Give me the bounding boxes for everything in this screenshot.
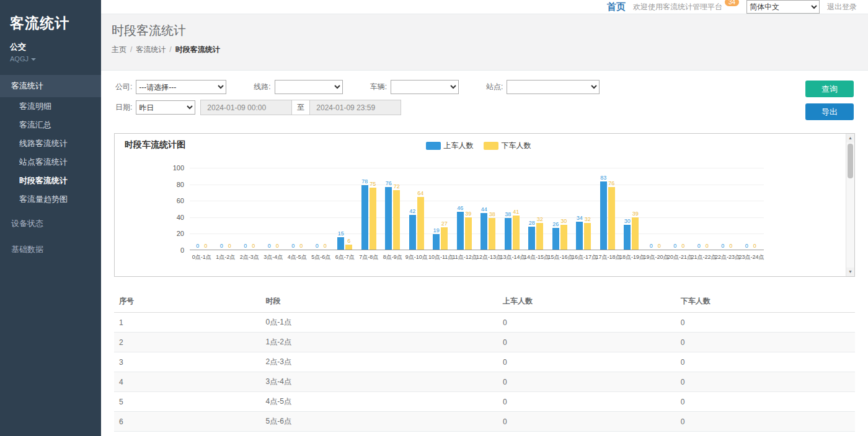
bar-group: 00 (190, 168, 214, 250)
scrollbar-up-icon[interactable]: ▲ (846, 134, 854, 142)
bar[interactable] (536, 223, 543, 250)
bar[interactable] (457, 212, 464, 250)
chart-scrollbar[interactable]: ▲ ▼ (846, 134, 854, 276)
bar[interactable] (632, 217, 639, 250)
bar[interactable] (393, 190, 400, 250)
language-select[interactable]: 简体中文 (746, 0, 820, 14)
table-cell: 6 (114, 412, 261, 432)
table-row: 10点-1点00 (114, 313, 855, 333)
legend-item-alighting[interactable]: 下车人数 (484, 141, 531, 151)
bar-value-label: 39 (632, 211, 639, 217)
bar-group: 00 (237, 168, 262, 250)
bar[interactable] (513, 216, 520, 250)
export-button[interactable]: 导出 (805, 103, 854, 120)
bar-group: 00 (214, 168, 238, 250)
breadcrumb-current: 时段客流统计 (175, 45, 220, 54)
notification-badge[interactable]: 34 (725, 0, 739, 6)
breadcrumb-home[interactable]: 主页 (112, 45, 126, 54)
bar-wrap: 0 (648, 168, 655, 250)
bar[interactable] (505, 218, 512, 250)
filter-panel: 公司: ---请选择--- 线路: 车辆: (113, 80, 856, 121)
bar-value-label: 0 (721, 243, 724, 249)
bar[interactable] (409, 215, 416, 250)
bar-value-label: 15 (338, 230, 344, 237)
line-select[interactable] (275, 80, 343, 94)
sidebar-item[interactable]: 基础数据 (0, 238, 101, 261)
table-cell: 6点-7点 (261, 432, 498, 436)
legend-item-boarding[interactable]: 上车人数 (426, 141, 474, 151)
bar[interactable] (600, 181, 607, 250)
company-select[interactable]: ---请选择--- (136, 80, 226, 94)
bar-value-label: 0 (324, 243, 327, 249)
x-axis-tick-label: 18点-19点 (619, 253, 644, 261)
y-axis-tick-label: 40 (177, 214, 184, 221)
bar[interactable] (417, 197, 424, 250)
bar-wrap: 0 (298, 168, 304, 250)
home-link[interactable]: 首页 (607, 1, 626, 13)
bar-wrap: 64 (417, 168, 424, 250)
sidebar-item[interactable]: 设备状态 (0, 212, 101, 235)
x-axis-tick-label: 6点-7点 (333, 253, 357, 261)
x-axis-tick-label: 17点-18点 (596, 253, 620, 261)
bar-value-label: 0 (753, 243, 756, 249)
bar-value-label: 0 (316, 243, 319, 249)
bar[interactable] (465, 217, 472, 250)
bar[interactable] (480, 213, 487, 250)
bar[interactable] (584, 223, 591, 250)
bar-group: 3841 (500, 168, 525, 250)
sidebar-item[interactable]: 时段客流统计 (0, 172, 101, 190)
bar[interactable] (489, 218, 495, 250)
scrollbar-thumb[interactable] (848, 144, 853, 178)
bar[interactable] (624, 225, 631, 250)
date-preset-select[interactable]: 昨日 (136, 100, 195, 115)
bar[interactable] (441, 227, 448, 250)
bar-group: 00 (715, 168, 739, 250)
date-start-input[interactable] (200, 100, 292, 115)
table-cell: 0 (498, 333, 676, 352)
sidebar-item[interactable]: 客流统计 (0, 75, 101, 97)
query-button[interactable]: 查询 (805, 81, 854, 97)
bar-group: 4639 (453, 168, 477, 250)
chart-legend: 上车人数 下车人数 (125, 141, 832, 151)
date-end-input[interactable] (309, 100, 401, 115)
bar[interactable] (528, 227, 535, 250)
scrollbar-down-icon[interactable]: ▼ (846, 268, 854, 276)
sidebar-item[interactable]: 线路客流统计 (0, 134, 101, 153)
bar[interactable] (345, 245, 352, 250)
bar-wrap: 15 (337, 168, 344, 250)
bar-group: 00 (739, 168, 763, 250)
sidebar-item[interactable]: 客流量趋势图 (0, 190, 101, 209)
y-axis-tick-label: 20 (177, 230, 184, 237)
welcome-text: 欢迎使用客流统计管理平台 (633, 2, 722, 12)
bar[interactable] (385, 187, 392, 250)
bar-wrap: 39 (632, 168, 639, 250)
sidebar-item[interactable]: 站点客流统计 (0, 153, 101, 172)
x-axis-tick-label: 3点-4点 (262, 253, 286, 261)
bar[interactable] (337, 237, 344, 250)
bar[interactable] (433, 234, 440, 250)
sidebar-company-code-dropdown[interactable]: AQGJ (10, 55, 91, 63)
chart-plot: 0204060801000000000000001567875767242641… (190, 168, 764, 250)
bar-wrap: 0 (242, 168, 249, 250)
table-cell: 2点-3点 (261, 352, 498, 372)
bar[interactable] (370, 188, 376, 250)
breadcrumb-parent[interactable]: 客流统计 (136, 45, 166, 54)
bar-value-label: 26 (552, 221, 559, 227)
sidebar-item[interactable]: 客流汇总 (0, 116, 101, 134)
vehicle-select[interactable] (391, 80, 459, 94)
table-cell: 5 (114, 392, 261, 412)
bar[interactable] (576, 222, 583, 250)
chart-x-labels: 0点-1点1点-2点2点-3点3点-4点4点-5点5点-6点6点-7点7点-8点… (190, 253, 764, 261)
bar-wrap: 32 (584, 168, 591, 250)
bar-wrap: 0 (743, 168, 750, 250)
bar[interactable] (560, 225, 567, 250)
bar-wrap: 0 (696, 168, 702, 250)
bar[interactable] (361, 185, 368, 250)
sidebar-menu: 客流统计客流明细客流汇总线路客流统计站点客流统计时段客流统计客流量趋势图设备状态… (0, 75, 101, 261)
bar-wrap: 72 (393, 168, 400, 250)
station-select[interactable] (507, 80, 600, 94)
bar[interactable] (552, 228, 559, 250)
logout-link[interactable]: 退出登录 (827, 2, 857, 12)
bar[interactable] (608, 187, 615, 250)
sidebar-item[interactable]: 客流明细 (0, 97, 101, 116)
